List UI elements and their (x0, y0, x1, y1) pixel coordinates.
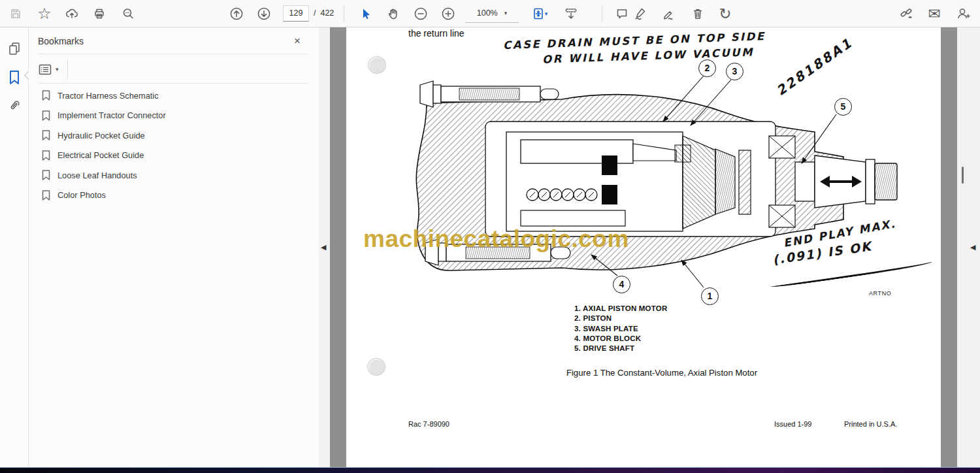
footer-printed: Printed in U.S.A. (844, 420, 897, 428)
bookmark-label: Electrical Pocket Guide (57, 150, 144, 160)
bookmark-icon (41, 189, 51, 201)
bookmark-icon (41, 169, 51, 181)
fit-page-icon[interactable]: ▾ (527, 3, 553, 24)
share-upload-icon[interactable] (61, 3, 82, 24)
document-body-text: the return line (408, 28, 465, 39)
chevron-down-icon: ▾ (56, 66, 59, 73)
toolbar-separator (344, 5, 344, 22)
bookmark-item[interactable]: Tractor Harness Schematic (41, 86, 302, 105)
toolbar-separator (602, 5, 602, 22)
bookmark-item[interactable]: Hydraulic Pocket Guide (41, 126, 302, 144)
save-icon[interactable] (5, 3, 26, 24)
bookmark-label: Tractor Harness Schematic (57, 91, 159, 101)
previous-page-icon[interactable] (226, 3, 247, 24)
chevron-down-icon: ▾ (545, 10, 548, 17)
bookmark-label: Implement Tractor Connector (57, 110, 166, 120)
callout-4: 4 (613, 276, 630, 293)
zoom-level-select[interactable]: 100%▾ (465, 4, 519, 23)
collapse-panel-icon[interactable]: ◀ (321, 244, 326, 251)
bookmark-label: Hydraulic Pocket Guide (57, 131, 145, 140)
scrollbar-zone[interactable]: ◀ (957, 27, 980, 468)
document-viewport[interactable]: the return line CASE DRAIN MUST BE ON TO… (330, 27, 957, 468)
highlight-icon[interactable] (630, 3, 651, 24)
parts-list-item: 2. PISTON (574, 314, 667, 323)
bookmark-item[interactable]: Implement Tractor Connector (41, 106, 302, 125)
callout-1: 1 (701, 287, 719, 305)
divider (67, 59, 68, 79)
select-tool-icon[interactable] (355, 3, 376, 24)
top-toolbar: ☆ 129 / 422 100%▾ ▾ (0, 0, 980, 27)
bookmark-item[interactable]: Color Photos (41, 186, 302, 204)
callout-2: 2 (698, 59, 716, 77)
star-icon[interactable]: ☆ (34, 3, 55, 24)
divider (38, 54, 308, 54)
redo-icon[interactable]: ↻ (715, 3, 736, 24)
expand-right-panel-icon[interactable]: ◀ (970, 244, 975, 251)
sign-icon[interactable] (659, 3, 679, 24)
bookmark-icon (41, 110, 51, 122)
bookmark-label: Loose Leaf Handouts (57, 171, 137, 180)
watermark-text: machinecatalogic.com (363, 225, 629, 253)
search-icon[interactable] (118, 3, 139, 24)
hand-tool-icon[interactable] (382, 3, 403, 24)
attachments-icon[interactable] (6, 98, 23, 115)
panel-collapse-gutter[interactable]: ◀ (319, 27, 330, 468)
footer-doc-number: Rac 7-89090 (408, 420, 449, 428)
footer-issued: Issued 1-99 (774, 420, 811, 428)
email-icon[interactable]: ✉ (924, 3, 945, 24)
hole-punch (367, 358, 385, 376)
parts-list-item: 5. DRIVE SHAFT (574, 344, 667, 353)
callout-5: 5 (834, 98, 852, 116)
bookmark-item[interactable]: Electrical Pocket Guide (41, 146, 302, 165)
axial-piston-motor-diagram (408, 59, 898, 304)
bookmark-icon (41, 150, 51, 161)
panel-title: Bookmarks (38, 36, 84, 46)
pdf-page: the return line CASE DRAIN MUST BE ON TO… (346, 27, 941, 468)
zoom-out-icon[interactable] (410, 3, 431, 24)
bookmarks-panel: Bookmarks × ▾ Tractor Harness Schematic … (29, 27, 319, 468)
parts-list-item: 4. MOTOR BLOCK (574, 334, 667, 344)
figure-caption: Figure 1 The Constant-Volume, Axial Pist… (534, 368, 789, 378)
chevron-down-icon: ▾ (504, 10, 508, 16)
page-thumbnails-icon[interactable] (6, 41, 23, 57)
bookmark-icon (41, 90, 51, 101)
scrollbar-thumb[interactable] (962, 167, 964, 184)
parts-list-item: 1. AXIAL PISTON MOTOR (574, 304, 667, 314)
hole-punch (368, 56, 386, 74)
next-page-icon[interactable] (253, 3, 274, 24)
delete-icon[interactable] (687, 3, 708, 24)
callout-3: 3 (726, 63, 743, 80)
close-icon[interactable]: × (290, 34, 304, 48)
bookmark-item[interactable]: Loose Leaf Handouts (41, 166, 302, 184)
divider (38, 83, 308, 84)
parts-list-item: 3. SWASH PLATE (574, 324, 667, 334)
page-number-input[interactable]: 129 (283, 5, 309, 22)
print-icon[interactable] (89, 3, 110, 24)
zoom-in-icon[interactable] (438, 3, 459, 24)
bookmark-options-button[interactable]: ▾ (39, 61, 65, 77)
bookmark-label: Color Photos (57, 190, 106, 200)
parts-list: 1. AXIAL PISTON MOTOR 2. PISTON 3. SWASH… (574, 304, 667, 353)
link-icon[interactable] (896, 3, 917, 24)
os-taskbar-edge (0, 467, 980, 473)
bookmark-icon (41, 129, 51, 141)
profile-icon[interactable] (953, 3, 973, 24)
left-rail (0, 27, 29, 468)
scroll-mode-icon[interactable] (561, 3, 581, 24)
page-count-label: / 422 (314, 8, 334, 18)
bookmarks-panel-icon[interactable] (6, 69, 23, 86)
